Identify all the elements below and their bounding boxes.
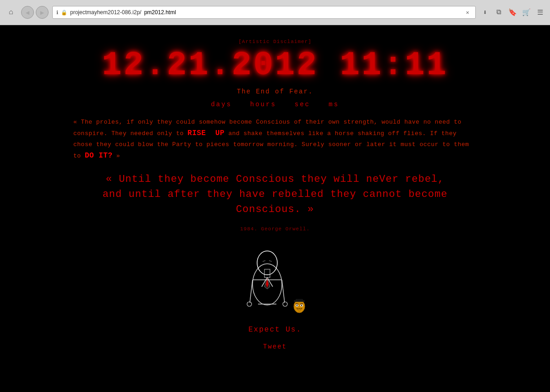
clock-display: 12.21.2012 11:11: [102, 49, 448, 82]
url-path: pm2012.html: [144, 9, 176, 16]
svg-point-11: [257, 251, 277, 275]
svg-point-9: [283, 302, 287, 306]
svg-point-8: [247, 302, 252, 306]
big-quote: « Until they become Conscious they will …: [92, 172, 458, 217]
tagline-text: The End of Fear.: [237, 88, 313, 95]
big-quote-line2: and until after they have rebelled they …: [103, 189, 448, 215]
svg-line-20: [296, 304, 298, 304]
svg-line-21: [300, 304, 303, 304]
rise-up-text: RISE UP: [187, 129, 225, 137]
nav-buttons: ◀ ▶: [21, 6, 49, 19]
expect-us-text: Expect Us.: [248, 326, 302, 334]
svg-line-7: [282, 280, 285, 303]
home-button[interactable]: ⌂: [5, 6, 17, 19]
disclaimer-text: [Artistic Disclaimer]: [238, 39, 312, 44]
browser-actions: ⬇ ⧉ 🔖 🛒 ☰: [479, 7, 545, 18]
svg-line-6: [250, 280, 253, 303]
anonymous-figure: [244, 245, 290, 319]
big-quote-line1: « Until they become Conscious they will …: [106, 174, 445, 185]
page-content: [Artistic Disclaimer] 12.21.2012 11:11 T…: [0, 25, 550, 392]
countdown-hours: hours: [250, 101, 276, 108]
clear-url-button[interactable]: ✕: [463, 8, 472, 16]
lock-icon: 🔒: [61, 10, 67, 16]
cart-button[interactable]: 🛒: [521, 7, 532, 18]
download-button[interactable]: ⬇: [479, 7, 490, 18]
tweet-link[interactable]: Tweet: [263, 343, 287, 350]
countdown-ms: ms: [329, 101, 339, 108]
do-it-text: DO IT?: [85, 152, 113, 160]
svg-point-19: [301, 305, 302, 306]
paragraph-section: « The proles, if only they could somehow…: [73, 117, 477, 163]
attribution-text: 1984. George Orwell.: [240, 226, 310, 232]
browser-chrome: ⌂ ◀ ▶ ℹ 🔒 projectmayhem2012-086.i2p/pm20…: [0, 0, 550, 25]
figure-container: [244, 245, 306, 319]
url-base: projectmayhem2012-086.i2p/: [70, 9, 141, 16]
address-bar[interactable]: ℹ 🔒 projectmayhem2012-086.i2p/pm2012.htm…: [52, 6, 476, 19]
svg-rect-10: [264, 269, 270, 278]
countdown-labels: days hours sec ms: [211, 101, 339, 108]
paragraph-text: « The proles, if only they could somehow…: [73, 117, 477, 163]
countdown-sec: sec: [295, 101, 310, 108]
svg-rect-23: [296, 299, 302, 301]
window-button[interactable]: ⧉: [493, 7, 504, 18]
mask-icon: [292, 299, 306, 316]
back-button[interactable]: ◀: [21, 6, 34, 19]
info-icon: ℹ: [56, 10, 58, 16]
svg-point-18: [296, 305, 297, 306]
menu-button[interactable]: ☰: [534, 7, 545, 18]
countdown-days: days: [211, 101, 232, 108]
svg-line-12: [263, 261, 265, 261]
svg-line-13: [269, 261, 272, 261]
forward-button[interactable]: ▶: [36, 6, 49, 19]
bookmark-button[interactable]: 🔖: [507, 7, 518, 18]
